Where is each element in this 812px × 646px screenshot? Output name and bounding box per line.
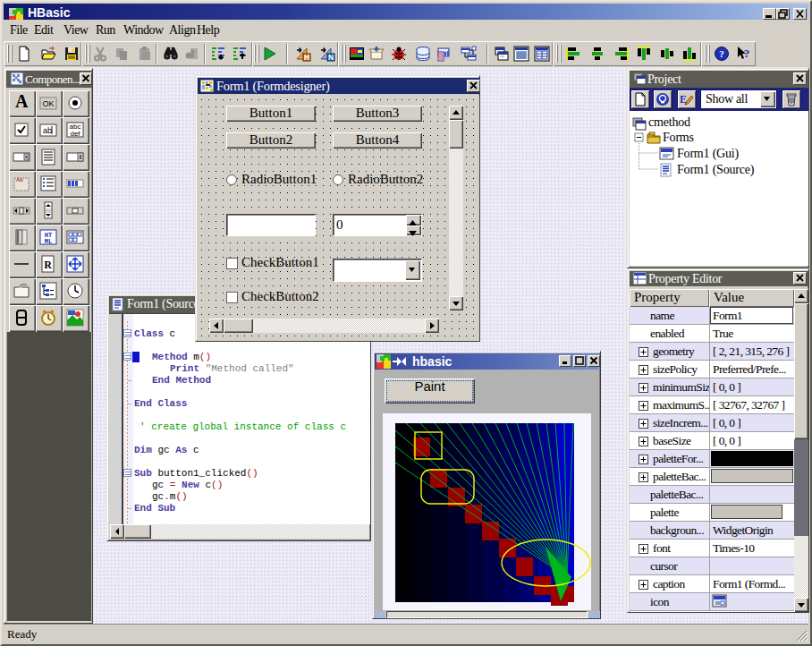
svg-text:ML: ML [45, 238, 52, 245]
svg-text:R: R [44, 259, 52, 271]
svg-text:def: def [70, 130, 80, 138]
svg-text:N: N [328, 53, 334, 62]
svg-text:OK: OK [42, 99, 54, 108]
svg-text:?: ? [719, 48, 724, 59]
svg-text:ab: ab [43, 126, 52, 135]
svg-text:Ab: Ab [16, 177, 23, 183]
svg-text:?: ? [744, 47, 750, 60]
svg-text:H: H [304, 53, 309, 62]
